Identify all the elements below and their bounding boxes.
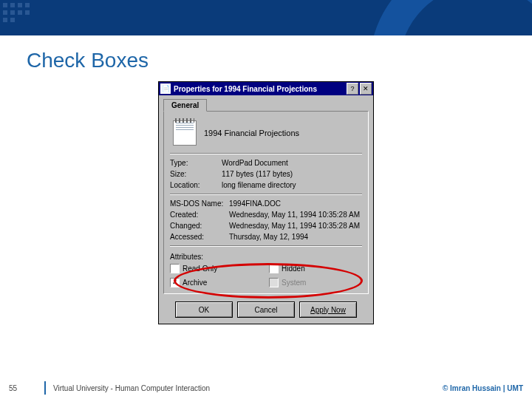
checkbox-system: System [269,278,362,287]
checkbox-archive[interactable]: ✓ Archive [170,278,263,287]
dialog-titlebar[interactable]: 📄 Properties for 1994 Financial Projecti… [159,82,373,95]
slide-content: 📄 Properties for 1994 Financial Projecti… [0,81,532,324]
location-label: Location: [170,181,222,189]
apply-button-label: Apply Now [310,306,346,314]
footer-separator [44,381,46,395]
close-button[interactable]: ✕ [360,83,372,95]
file-header-row: 1994 Financial Projections [173,120,362,146]
divider [170,194,362,195]
dialog-button-row: OK Cancel Apply Now [159,299,373,324]
slide-footer: 55 Virtual University - Human Computer I… [0,381,532,395]
location-value: long filename directory [222,181,362,189]
checkbox-label: Archive [183,279,207,287]
attributes-section: Attributes: Read Only Hidden ✓ Archive [170,253,362,287]
checkbox-box-icon [269,264,279,273]
file-name-label: 1994 Financial Projections [204,129,299,137]
meta-grid: MS-DOS Name: 1994FINA.DOC Created: Wedne… [170,200,362,241]
changed-value: Wednesday, May 11, 1994 10:35:28 AM [229,222,362,230]
checkbox-box-icon: ✓ [170,278,180,287]
checkbox-readonly[interactable]: Read Only [170,264,263,273]
accessed-value: Thursday, May 12, 1994 [229,233,362,241]
created-value: Wednesday, May 11, 1994 10:35:28 AM [229,211,362,219]
checkbox-grid: Read Only Hidden ✓ Archive System [170,264,362,287]
checkbox-hidden[interactable]: Hidden [269,264,362,273]
size-label: Size: [170,170,222,178]
header-dot-pattern [3,3,30,22]
accessed-label: Accessed: [170,233,229,241]
divider [170,153,362,154]
cancel-button[interactable]: Cancel [237,301,295,318]
changed-label: Changed: [170,222,229,230]
apply-button[interactable]: Apply Now [299,301,357,318]
header-arc-decoration [369,0,532,35]
checkbox-box-icon [170,264,180,273]
help-button[interactable]: ? [347,83,358,95]
page-number: 55 [9,384,37,392]
footer-copyright: © Imran Hussain | UMT [443,384,523,392]
checkbox-label: Read Only [183,265,217,273]
divider [170,245,362,247]
created-label: Created: [170,211,229,219]
info-grid: Type: WordPad Document Size: 117 bytes (… [170,159,362,189]
checkbox-label: System [282,279,306,287]
general-panel: 1994 Financial Projections Type: WordPad… [163,111,369,294]
type-label: Type: [170,159,222,167]
slide-header-band [0,0,532,35]
msdos-label: MS-DOS Name: [170,200,229,208]
tab-strip: General [159,95,373,111]
msdos-value: 1994FINA.DOC [229,200,362,208]
slide-title: Check Boxes [27,49,532,72]
tab-general[interactable]: General [163,99,207,112]
size-value: 117 bytes (117 bytes) [222,170,362,178]
dialog-title: Properties for 1994 Financial Projection… [174,85,345,93]
properties-dialog: 📄 Properties for 1994 Financial Projecti… [158,81,374,324]
checkbox-box-icon [269,278,279,287]
ok-button[interactable]: OK [175,301,233,318]
attributes-label: Attributes: [170,253,362,261]
footer-center-text: Virtual University - Human Computer Inte… [53,384,443,392]
checkbox-label: Hidden [282,265,305,273]
document-icon [173,120,197,146]
type-value: WordPad Document [222,159,362,167]
dialog-system-icon[interactable]: 📄 [160,83,171,94]
